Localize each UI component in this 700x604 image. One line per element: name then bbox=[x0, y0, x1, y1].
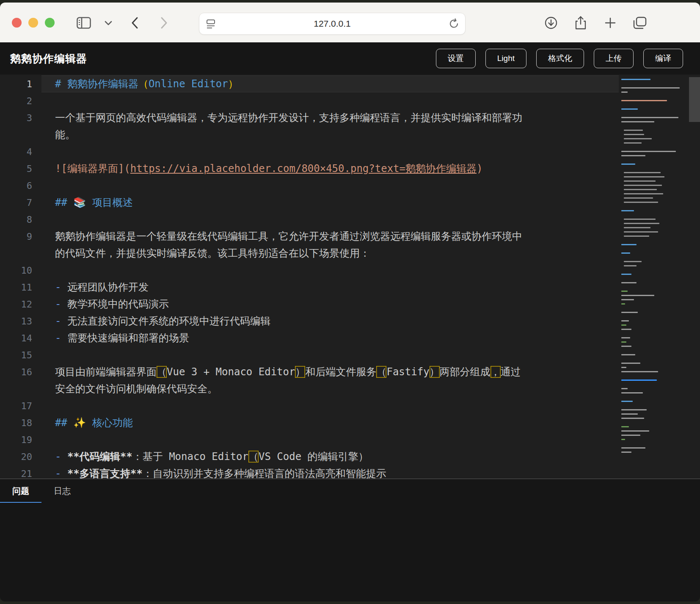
new-tab-icon[interactable] bbox=[601, 14, 620, 32]
minimap[interactable] bbox=[619, 75, 689, 479]
code-line-text: ![编辑器界面](https://via.placeholder.com/800… bbox=[41, 160, 619, 177]
code-line-text: 项目由前端编辑器界面（Vue 3 + Monaco Editor）和后端文件服务… bbox=[41, 363, 619, 380]
code-line[interactable]: 17 bbox=[0, 397, 619, 414]
minimap-line bbox=[624, 231, 658, 233]
code-line[interactable]: 20- **代码编辑**：基于 Monaco Editor（VS Code 的编… bbox=[0, 448, 619, 465]
zoom-window-button[interactable] bbox=[45, 18, 55, 28]
code-editor[interactable]: 1# 鹅鹅协作编辑器（Online Editor）23一个基于网页的高效代码编辑… bbox=[0, 75, 700, 479]
settings-button[interactable]: 设置 bbox=[436, 49, 476, 68]
code-line[interactable]: 18## ✨ 核心功能 bbox=[0, 414, 619, 431]
code-line[interactable]: 21- **多语言支持**：自动识别并支持多种编程语言的语法高亮和智能提示 bbox=[0, 465, 619, 479]
code-line[interactable]: 4 bbox=[0, 143, 619, 160]
minimap-line bbox=[624, 172, 661, 173]
code-line[interactable]: 15 bbox=[0, 346, 619, 363]
line-number: 17 bbox=[0, 401, 41, 411]
code-line[interactable]: 的代码文件，并提供实时编译反馈。该工具特别适合在以下场景使用： bbox=[0, 245, 619, 262]
code-line[interactable]: 9鹅鹅协作编辑器是一个轻量级在线代码编辑工具，它允许开发者通过浏览器远程编辑服务… bbox=[0, 228, 619, 245]
code-line[interactable]: 2 bbox=[0, 92, 619, 109]
tab-logs[interactable]: 日志 bbox=[41, 479, 83, 503]
upload-button[interactable]: 上传 bbox=[594, 49, 634, 68]
back-button[interactable] bbox=[125, 14, 144, 32]
line-number: 3 bbox=[0, 113, 41, 123]
tab-overview-icon[interactable] bbox=[631, 14, 649, 32]
minimap-line bbox=[621, 291, 628, 292]
line-number: 2 bbox=[0, 96, 41, 106]
minimap-line bbox=[621, 108, 638, 110]
line-number: 13 bbox=[0, 316, 41, 327]
sidebar-icon[interactable] bbox=[74, 14, 93, 32]
browser-window: 127.0.0.1 鹅鹅协作编辑器 设置 Light 格式化 上传 编译 bbox=[0, 3, 700, 601]
tab-problems[interactable]: 问题 bbox=[0, 479, 41, 503]
minimap-line bbox=[621, 363, 640, 364]
code-line[interactable]: 5![编辑器界面](https://via.placeholder.com/80… bbox=[0, 160, 619, 177]
line-number: 16 bbox=[0, 367, 41, 377]
reload-icon[interactable] bbox=[449, 18, 459, 29]
code-line[interactable]: 13- 无法直接访问文件系统的环境中进行代码编辑 bbox=[0, 313, 619, 330]
editor-content[interactable]: 1# 鹅鹅协作编辑器（Online Editor）23一个基于网页的高效代码编辑… bbox=[0, 75, 619, 479]
code-line[interactable]: 19 bbox=[0, 431, 619, 448]
minimap-line bbox=[621, 413, 638, 415]
minimap-line bbox=[624, 223, 659, 224]
minimap-line bbox=[624, 202, 658, 203]
code-line-text: - 无法直接访问文件系统的环境中进行代码编辑 bbox=[41, 313, 619, 330]
minimap-line bbox=[621, 295, 654, 296]
downloads-icon[interactable] bbox=[542, 14, 560, 32]
minimap-line bbox=[621, 367, 626, 368]
page-title: 鹅鹅协作编辑器 bbox=[10, 52, 87, 66]
reader-view-icon[interactable] bbox=[206, 18, 215, 29]
minimap-line bbox=[621, 329, 631, 330]
sidebar-chevron-down-icon[interactable] bbox=[99, 14, 118, 32]
minimize-window-button[interactable] bbox=[28, 18, 38, 28]
header-toolbar: 设置 Light 格式化 上传 编译 bbox=[436, 49, 683, 68]
line-number: 19 bbox=[0, 435, 41, 445]
minimap-line bbox=[621, 401, 633, 402]
code-line[interactable]: 1# 鹅鹅协作编辑器（Online Editor） bbox=[0, 75, 619, 92]
code-line[interactable]: 14- 需要快速编辑和部署的场景 bbox=[0, 330, 619, 346]
code-line[interactable]: 10 bbox=[0, 262, 619, 279]
code-line[interactable]: 11- 远程团队协作开发 bbox=[0, 279, 619, 296]
code-line[interactable]: 6 bbox=[0, 177, 619, 194]
bottom-panel: 问题 日志 bbox=[0, 479, 700, 601]
minimap-line bbox=[624, 189, 657, 190]
code-line[interactable]: 16项目由前端编辑器界面（Vue 3 + Monaco Editor）和后端文件… bbox=[0, 363, 619, 380]
line-number: 14 bbox=[0, 333, 41, 344]
line-number: 12 bbox=[0, 299, 41, 310]
code-line-text: 安全的文件访问机制确保代码安全。 bbox=[41, 380, 619, 397]
address-bar[interactable]: 127.0.0.1 bbox=[199, 13, 466, 35]
code-line[interactable]: 3一个基于网页的高效代码编辑器，专为远程协作开发设计，支持多种编程语言，并提供实… bbox=[0, 109, 619, 126]
code-line-text bbox=[41, 211, 619, 228]
code-line-text bbox=[41, 346, 619, 363]
minimap-line bbox=[621, 337, 630, 338]
code-line-text: - **多语言支持**：自动识别并支持多种编程语言的语法高亮和智能提示 bbox=[41, 465, 619, 479]
code-line-text bbox=[41, 92, 619, 109]
code-line-text: 鹅鹅协作编辑器是一个轻量级在线代码编辑工具，它允许开发者通过浏览器远程编辑服务器… bbox=[41, 228, 619, 245]
app-header: 鹅鹅协作编辑器 设置 Light 格式化 上传 编译 bbox=[0, 42, 700, 75]
minimap-slider[interactable] bbox=[689, 77, 700, 122]
code-line[interactable]: 12- 教学环境中的代码演示 bbox=[0, 296, 619, 313]
minimap-line bbox=[624, 265, 637, 266]
minimap-line bbox=[621, 87, 680, 89]
minimap-line bbox=[624, 227, 650, 228]
line-number: 7 bbox=[0, 197, 41, 208]
code-line[interactable]: 安全的文件访问机制确保代码安全。 bbox=[0, 380, 619, 397]
code-line[interactable]: 7## 📚 项目概述 bbox=[0, 194, 619, 211]
format-button[interactable]: 格式化 bbox=[536, 49, 584, 68]
code-line-text: ## 📚 项目概述 bbox=[41, 194, 619, 211]
code-line[interactable]: 能。 bbox=[0, 126, 619, 143]
minimap-line bbox=[621, 252, 630, 254]
line-number: 8 bbox=[0, 214, 41, 225]
compile-button[interactable]: 编译 bbox=[643, 49, 683, 68]
code-line-text: # 鹅鹅协作编辑器（Online Editor） bbox=[41, 75, 619, 92]
line-number: 20 bbox=[0, 452, 41, 462]
url-text: 127.0.0.1 bbox=[215, 19, 449, 29]
minimap-line bbox=[621, 244, 637, 245]
code-line-text: ## ✨ 核心功能 bbox=[41, 414, 619, 431]
share-icon[interactable] bbox=[571, 14, 590, 32]
theme-toggle-button[interactable]: Light bbox=[485, 49, 526, 68]
close-window-button[interactable] bbox=[12, 18, 22, 28]
code-line[interactable]: 8 bbox=[0, 211, 619, 228]
line-number: 18 bbox=[0, 418, 41, 428]
minimap-line bbox=[621, 312, 638, 313]
forward-button[interactable] bbox=[155, 14, 174, 32]
minimap-line bbox=[621, 341, 626, 343]
